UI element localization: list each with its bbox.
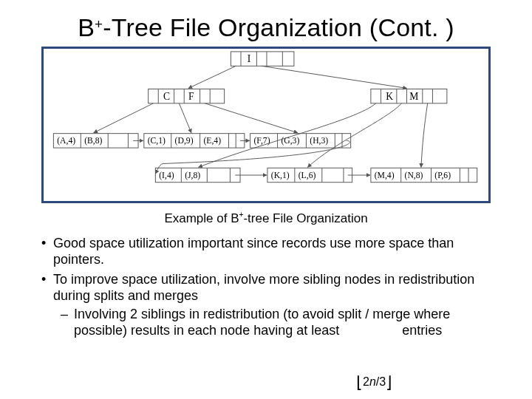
leaf-2: (F,7) (G,3) (H,3) — [250, 134, 351, 148]
leaf-1: (C,1) (D,9) (E,4) — [144, 134, 245, 148]
svg-text:(E,4): (E,4) — [203, 136, 221, 146]
svg-text:(L,6): (L,6) — [299, 171, 316, 180]
leaf-3: (I,4) (J,8) — [155, 168, 240, 182]
mid-right-key-0: K — [386, 91, 393, 102]
svg-text:(D,9): (D,9) — [175, 136, 194, 146]
btree-diagram: I C F — [41, 47, 491, 203]
svg-text:(B,8): (B,8) — [84, 136, 102, 146]
root-key-0: I — [248, 53, 251, 64]
bullet-1: To improve space utilization, involve mo… — [40, 271, 492, 339]
mid-left-node: C F — [149, 89, 225, 103]
leaf-5: (M,4) (N,8) (P,6) — [371, 168, 477, 182]
title-sup: + — [95, 16, 103, 32]
btree-svg: I C F — [44, 49, 488, 201]
mid-left-key-1: F — [188, 91, 194, 102]
pointer-arrows — [94, 66, 428, 175]
svg-rect-5 — [149, 89, 225, 103]
svg-text:(J,8): (J,8) — [185, 171, 200, 180]
svg-text:(P,6): (P,6) — [434, 171, 451, 180]
mid-left-key-0: C — [163, 91, 170, 102]
mid-right-key-1: M — [409, 91, 418, 102]
title-post: -Tree File Organization (Cont. ) — [103, 13, 454, 41]
svg-line-59 — [188, 66, 236, 88]
slide-title: B+-Tree File Organization (Cont. ) — [37, 13, 495, 42]
svg-rect-0 — [231, 52, 294, 66]
mid-right-node: K M — [371, 89, 447, 103]
title-pre: B — [78, 13, 95, 41]
svg-text:(G,3): (G,3) — [281, 136, 299, 146]
bullet-0: Good space utilization important since r… — [40, 235, 492, 268]
svg-text:(M,4): (M,4) — [375, 171, 395, 180]
svg-text:(A,4): (A,4) — [57, 136, 75, 146]
svg-line-63 — [205, 103, 297, 133]
bullet-list: Good space utilization important since r… — [37, 235, 495, 339]
diagram-caption: Example of B+-tree File Organization — [37, 211, 495, 226]
svg-text:(F,7): (F,7) — [253, 136, 270, 146]
svg-line-61 — [94, 103, 154, 133]
floor-formula: ⌊2n/3⌋ — [356, 371, 392, 390]
svg-text:(N,8): (N,8) — [405, 171, 423, 180]
leaf-0: (A,4) (B,8) — [53, 134, 138, 148]
svg-line-62 — [179, 103, 191, 133]
sub-bullet-0: Involving 2 siblings in redistribution (… — [53, 306, 492, 339]
root-node: I — [231, 52, 294, 66]
svg-line-60 — [262, 66, 406, 88]
leaf-4: (K,1) (L,6) — [267, 168, 352, 182]
svg-text:(H,3): (H,3) — [310, 136, 328, 146]
svg-text:(C,1): (C,1) — [148, 136, 166, 146]
svg-text:(I,4): (I,4) — [159, 171, 174, 180]
svg-text:(K,1): (K,1) — [271, 171, 290, 180]
